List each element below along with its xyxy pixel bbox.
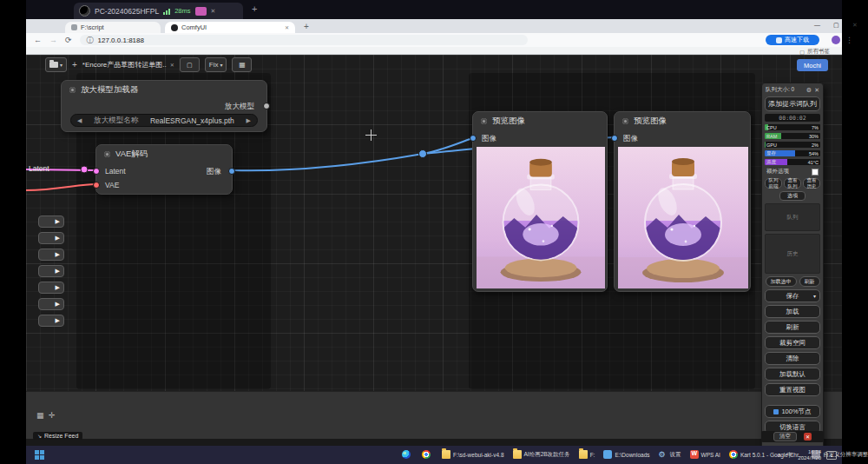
node-preview-image-1[interactable]: 预览图像 图像: [472, 111, 608, 292]
clear-button[interactable]: 清除: [765, 352, 820, 365]
extra-options-row: 额外选项: [765, 168, 820, 176]
tab-favicon: [171, 24, 178, 31]
collapsed-node[interactable]: [38, 282, 64, 294]
history-panel-label: 历史: [787, 250, 799, 258]
taskbar-item-folder[interactable]: AI绘画2B改款任务: [509, 446, 575, 464]
latent-input-dot[interactable]: [93, 168, 100, 175]
workflow-tab-close-icon[interactable]: [170, 62, 174, 68]
browser-new-tab-button[interactable]: [304, 22, 309, 31]
notification-icon[interactable]: 1: [826, 451, 837, 460]
mochi-button[interactable]: Mochi: [797, 59, 828, 71]
ime-indicator[interactable]: 中: [786, 451, 792, 460]
output-slot-label: 图像: [207, 167, 221, 177]
node-preview-image-2[interactable]: 预览图像 图像: [614, 111, 751, 292]
node-collapse-icon[interactable]: [69, 87, 76, 93]
download-extension-button[interactable]: 高速下载: [766, 35, 819, 45]
clipspace-button[interactable]: 裁剪空间: [765, 336, 820, 349]
options-button[interactable]: 选项: [779, 191, 806, 201]
vae-input-dot[interactable]: [93, 182, 100, 189]
taskbar-clock[interactable]: 16:14 2024/7/20: [798, 449, 821, 461]
browser-menu-icon[interactable]: [845, 36, 853, 44]
view-queue-button[interactable]: 查看队列: [784, 178, 801, 189]
forward-button[interactable]: [49, 36, 57, 44]
taskbar-item-folder[interactable]: F:: [575, 446, 600, 464]
image-input-dot[interactable]: [611, 135, 618, 142]
fix-dropdown-button[interactable]: Fix: [205, 57, 227, 72]
tab-close-icon[interactable]: [285, 24, 289, 30]
widget-prev-icon[interactable]: [77, 117, 82, 124]
image-output-dot[interactable]: [228, 168, 235, 175]
remote-session-title: PC-20240625HFPL: [95, 7, 159, 16]
tray-expand-icon[interactable]: [777, 452, 781, 459]
collapsed-node[interactable]: [38, 232, 64, 244]
hd-badge-icon[interactable]: [195, 7, 207, 16]
reset-view-button[interactable]: 重置视图: [765, 383, 820, 396]
feed-clear-button[interactable]: 清空: [773, 432, 797, 441]
taskbar-item-chrome[interactable]: [418, 446, 437, 464]
window-close-button[interactable]: [852, 22, 858, 29]
queue-front-button[interactable]: 队列前端: [765, 178, 782, 189]
taskbar-item-settings[interactable]: 设置: [654, 446, 686, 464]
queue-list-panel: 队列: [765, 203, 820, 231]
close-session-icon[interactable]: [211, 8, 216, 15]
history-list-panel: 历史: [765, 234, 820, 274]
reload-button[interactable]: [65, 36, 72, 44]
site-info-icon[interactable]: [87, 36, 94, 45]
panel-close-icon[interactable]: [814, 87, 819, 94]
queue-prompt-button[interactable]: 添加提示词队列: [765, 96, 820, 111]
taskbar-item-folder[interactable]: F:\sd-webui-aki-v4.8: [437, 446, 509, 464]
export-icon[interactable]: [180, 57, 200, 72]
folder-icon: [513, 450, 522, 459]
taskbar-item-wps[interactable]: WPS AI: [686, 446, 725, 464]
start-button[interactable]: [33, 449, 45, 461]
refresh-button[interactable]: 刷新: [765, 321, 820, 334]
node-collapse-icon[interactable]: [481, 118, 487, 124]
upscale-model-name-widget[interactable]: 放大模型名称 RealESRGAN_x4plus.pth: [70, 114, 258, 127]
upscale-model-output-dot[interactable]: [263, 103, 270, 109]
workflow-tab[interactable]: *Encore产品草图转运单图..: [82, 60, 174, 70]
collapsed-node[interactable]: [38, 265, 64, 277]
node-vae-decode[interactable]: VAE解码 Latent VAE 图像: [95, 144, 233, 195]
back-button[interactable]: [34, 36, 42, 44]
remote-session-tab[interactable]: PC-20240625HFPL 28ms: [74, 3, 243, 19]
extra-options-checkbox[interactable]: [812, 169, 819, 176]
monitor-row-temp: 温度41°C: [765, 159, 820, 165]
node-scale-toggle[interactable]: 100%节点: [765, 405, 820, 418]
bookmarks-folder-icon: [799, 49, 805, 55]
feed-pin-icon[interactable]: [49, 411, 56, 420]
url-bar[interactable]: 127.0.0.1:8188: [80, 35, 528, 45]
mochi-button-label: Mochi: [804, 62, 821, 70]
node-collapse-icon[interactable]: [622, 118, 628, 124]
extra-options-label: 额外选项: [766, 168, 789, 176]
feed-grid-icon[interactable]: [36, 411, 44, 420]
window-minimize-button[interactable]: [814, 22, 820, 28]
taskbar-item-edge[interactable]: [398, 446, 418, 464]
save-button[interactable]: 保存: [765, 289, 820, 302]
settings-gear-icon[interactable]: [806, 87, 812, 94]
collapsed-node[interactable]: [38, 249, 64, 261]
widget-next-icon[interactable]: [247, 117, 251, 124]
profile-avatar[interactable]: [832, 36, 840, 44]
workflow-folder-button[interactable]: [45, 57, 67, 72]
collapsed-node[interactable]: [38, 215, 64, 228]
window-maximize-button[interactable]: [833, 22, 839, 29]
new-workflow-button[interactable]: [72, 60, 77, 70]
node-collapse-icon[interactable]: [104, 151, 110, 157]
image-input-dot[interactable]: [470, 135, 477, 142]
feed-close-button[interactable]: [804, 433, 812, 441]
load-selected-button[interactable]: 加载选中: [766, 276, 797, 287]
view-history-button[interactable]: 查看历史: [803, 178, 820, 189]
collapsed-node[interactable]: [38, 315, 64, 327]
taskbar-item-downloads[interactable]: E:\Downloads: [599, 446, 654, 464]
collapsed-node[interactable]: [38, 298, 64, 310]
node-upscale-model-loader[interactable]: 放大模型加载器 放大模型 放大模型名称 RealESRGAN_x4plus.pt…: [61, 80, 267, 132]
grid-view-icon[interactable]: [232, 57, 252, 72]
browser-tab-comfyui[interactable]: ComfyUI: [165, 22, 295, 33]
load-button[interactable]: 加载: [765, 305, 820, 318]
browser-tab-script[interactable]: F:\script: [65, 22, 161, 33]
feed-resize-handle[interactable]: Resize Feed: [33, 432, 82, 440]
refresh-list-button[interactable]: 刷新: [799, 276, 820, 287]
chevron-down-icon: [220, 62, 222, 68]
load-default-button[interactable]: 加载默认: [765, 368, 820, 381]
new-session-button[interactable]: [252, 3, 257, 14]
